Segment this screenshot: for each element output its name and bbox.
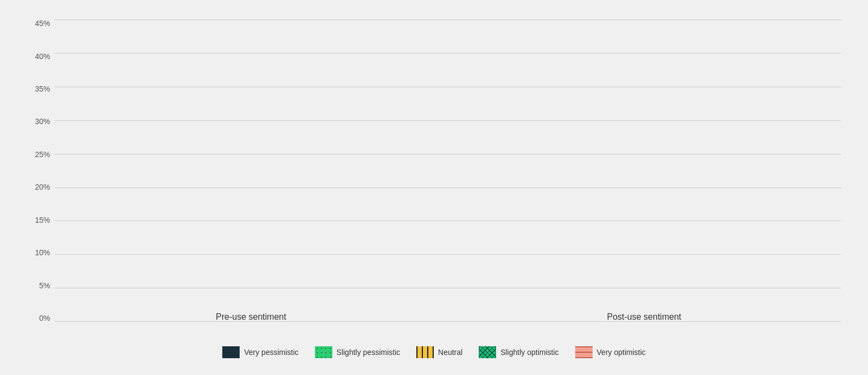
- legend-swatch-slightly_optimistic: [479, 346, 496, 358]
- bars-wrapper: Pre-use sentimentPost-use sentiment: [55, 20, 841, 338]
- y-axis-label: 45%: [28, 20, 55, 27]
- legend-swatch-neutral: [416, 346, 434, 358]
- y-axis-label: 25%: [28, 151, 55, 158]
- y-axis-label: 30%: [28, 118, 55, 125]
- y-axis-label: 40%: [28, 53, 55, 60]
- y-axis-label: 10%: [28, 249, 55, 256]
- legend: Very pessimisticSlightly pessimisticNeut…: [28, 338, 841, 361]
- legend-swatch-very_pessimistic: [222, 346, 240, 358]
- bar-group-0: Pre-use sentiment: [55, 308, 448, 322]
- chart-area: 0%5%10%15%20%25%30%35%40%45% Pre-use sen…: [28, 20, 841, 338]
- legend-swatch-very_optimistic: [575, 346, 593, 358]
- legend-label-very_pessimistic: Very pessimistic: [244, 348, 298, 357]
- legend-item-very_pessimistic: Very pessimistic: [222, 346, 298, 358]
- group-label-1: Post-use sentiment: [607, 312, 681, 322]
- y-axis-label: 35%: [28, 85, 55, 93]
- y-axis-label: 5%: [28, 282, 55, 289]
- y-axis-label: 20%: [28, 183, 55, 191]
- plot-area: Pre-use sentimentPost-use sentiment: [55, 20, 841, 338]
- legend-item-very_optimistic: Very optimistic: [575, 346, 646, 358]
- y-axis-label: 15%: [28, 216, 55, 224]
- y-axis: 0%5%10%15%20%25%30%35%40%45%: [28, 20, 55, 338]
- y-axis-label: 0%: [28, 314, 55, 322]
- bar-group-1: Post-use sentiment: [448, 308, 841, 322]
- legend-swatch-slightly_pessimistic: [315, 346, 332, 358]
- legend-label-slightly_pessimistic: Slightly pessimistic: [337, 348, 400, 357]
- legend-label-slightly_optimistic: Slightly optimistic: [500, 348, 558, 357]
- chart-container: 0%5%10%15%20%25%30%35%40%45% Pre-use sen…: [11, 9, 857, 366]
- group-label-0: Pre-use sentiment: [216, 312, 286, 322]
- legend-label-very_optimistic: Very optimistic: [597, 348, 646, 357]
- legend-label-neutral: Neutral: [438, 348, 462, 357]
- legend-item-slightly_optimistic: Slightly optimistic: [479, 346, 558, 358]
- legend-item-neutral: Neutral: [416, 346, 462, 358]
- legend-item-slightly_pessimistic: Slightly pessimistic: [315, 346, 400, 358]
